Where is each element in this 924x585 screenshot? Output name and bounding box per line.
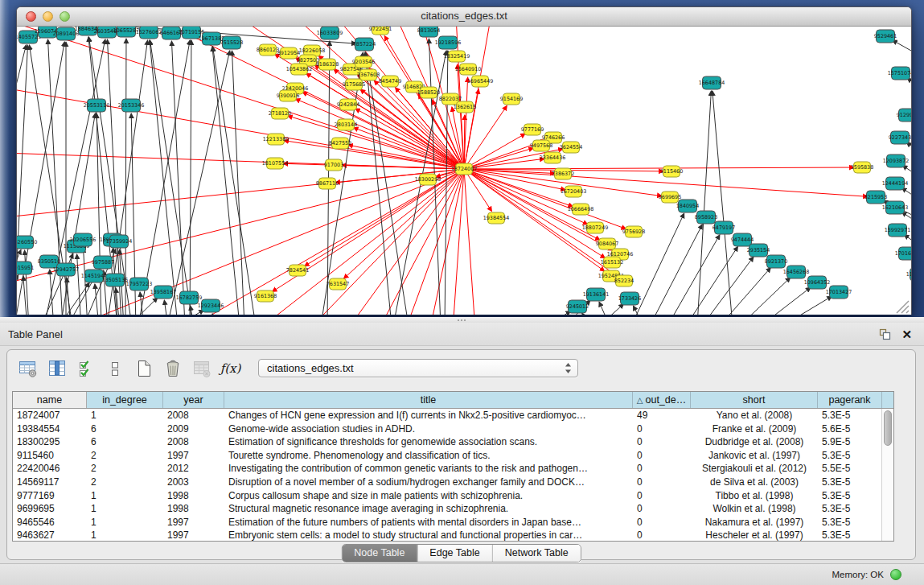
select-all-rows-button[interactable] [75,357,97,379]
table-row[interactable]: 911546021997Tourette syndrome. Phenomeno… [13,449,881,463]
graph-node[interactable]: 9227343 [889,131,911,144]
graph-node[interactable]: 23364436 [540,152,566,163]
graph-node[interactable]: 16456268 [783,266,810,278]
graph-node[interactable]: 1362615 [454,101,476,113]
table-cell[interactable]: Hescheler et al. (1997) [691,529,818,541]
table-cell[interactable]: 1997 [163,529,224,541]
table-cell[interactable]: Estimation of significance thresholds fo… [224,435,633,449]
graph-node[interactable]: 8454749 [379,76,401,87]
graph-edge[interactable] [599,302,610,315]
function-builder-button[interactable]: ƒ(x) [220,357,241,379]
table-row[interactable]: 1830029562008Estimation of significance … [13,435,881,449]
graph-edge[interactable] [464,134,525,169]
table-cell[interactable]: Structural magnetic resonance image aver… [224,502,633,516]
table-cell[interactable]: 0 [633,529,691,541]
table-cell[interactable]: Tourette syndrome. Phenomenology and cla… [224,449,633,463]
graph-node[interactable]: 9497568 [530,140,552,151]
table-cell[interactable]: de Silva et al. (2003) [691,476,818,489]
table-row[interactable]: 1872400712008Changes of HCN gene express… [13,409,881,422]
table-cell[interactable]: 2009 [163,422,224,436]
table-cell[interactable]: Tibbo et al. (1998) [691,489,818,503]
graph-node[interactable]: 3915951 [17,262,34,274]
graph-edge[interactable] [667,235,720,315]
table-cell[interactable]: 5.3E-5 [818,449,881,463]
table-cell[interactable]: 1 [87,529,163,541]
graph-edge[interactable] [171,41,185,315]
table-cell[interactable]: 0 [633,502,691,516]
table-cell[interactable]: 1 [87,409,163,422]
graph-node[interactable]: 20206556 [70,233,97,246]
table-cell[interactable]: Stergiakouli et al. (2012) [691,462,818,476]
table-row[interactable]: 1938455462009Genome-wide association stu… [13,422,881,436]
table-cell[interactable]: 5.6E-5 [818,422,881,436]
table-cell[interactable]: 2012 [163,462,224,476]
table-settings-button[interactable] [17,357,39,379]
graph-edge[interactable] [125,39,126,315]
table-cell[interactable]: 5.5E-5 [818,462,881,476]
graph-node[interactable]: 9242844 [337,99,359,110]
table-cell[interactable]: 1997 [163,449,224,463]
table-cell[interactable]: 2008 [163,435,224,449]
graph-node[interactable]: 20553110 [84,99,110,112]
table-cell[interactable]: 2 [87,449,163,463]
table-cell[interactable]: 1998 [163,489,224,503]
graph-edge[interactable] [212,47,240,315]
graph-node[interactable]: 17359924 [106,235,133,248]
zoom-window-button[interactable] [60,11,70,22]
table-cell[interactable]: 0 [633,462,691,476]
delete-trash-button[interactable] [162,357,183,379]
table-cell[interactable]: 0 [633,489,691,503]
graph-node[interactable]: 6479197 [713,221,735,234]
column-header-pagerank[interactable]: pagerank [818,392,882,408]
column-header-in_degree[interactable]: in_degree [87,392,163,408]
graph-node[interactable]: 1840954 [676,200,699,212]
graph-node[interactable]: 16720403 [561,186,587,197]
table-row[interactable]: 977716911998Corpus callosum shape and si… [13,489,881,503]
graph-node[interactable]: 15751074 [888,67,911,80]
graph-edge[interactable] [17,249,21,315]
graph-node[interactable]: 10666498 [568,204,594,215]
column-header-out_de[interactable]: △out_de… [633,392,691,408]
column-header-name[interactable]: name [13,392,87,408]
table-cell[interactable]: 1 [87,489,163,503]
graph-node[interactable]: 17016504 [895,247,911,260]
graph-node[interactable]: 19218596 [435,36,462,49]
table-cell[interactable]: 1 [87,516,163,529]
graph-node[interactable]: 1588520 [417,87,440,98]
graph-node[interactable]: 2803144 [335,119,357,130]
graph-node[interactable]: 18107554 [262,158,289,169]
graph-node[interactable]: 16965449 [467,76,494,87]
graph-node[interactable]: 1595838 [851,162,873,173]
table-cell[interactable]: 6 [87,435,163,449]
table-cell[interactable]: 2003 [163,476,224,489]
graph-node[interactable]: 13505135 [102,274,129,286]
column-header-title[interactable]: title [224,392,633,408]
minimize-window-button[interactable] [43,11,53,22]
table-cell[interactable]: 19384554 [13,422,87,436]
close-window-button[interactable] [26,11,36,22]
tab-node-table[interactable]: Node Table [342,545,417,562]
graph-node[interactable]: 2718120 [269,108,291,119]
graph-node[interactable]: 8921370 [765,255,787,268]
graph-node[interactable]: 12213389 [263,134,290,145]
graph-node[interactable]: 9203546 [352,56,375,68]
graph-node[interactable]: 1615132 [601,257,623,268]
table-cell[interactable]: 1998 [163,502,224,516]
graph-edge[interactable] [598,304,624,315]
deselect-rows-button[interactable] [104,357,125,379]
tab-network-table[interactable]: Network Table [492,545,581,562]
graph-node[interactable]: 16033809 [317,27,343,39]
column-header-short[interactable]: short [691,392,818,408]
graph-node[interactable]: 9975887 [92,256,114,269]
table-cell[interactable]: Wolkin et al. (1998) [691,502,818,516]
table-cell[interactable]: 14569117 [13,476,87,489]
graph-node[interactable]: 11075334 [906,268,911,281]
close-panel-icon[interactable]: ✕ [901,328,912,340]
import-table-button[interactable] [191,357,212,379]
graph-edge[interactable] [295,99,464,169]
graph-node[interactable]: 1733426 [618,292,641,305]
graph-edge[interactable] [464,167,854,169]
graph-node[interactable]: 16648784 [699,76,725,89]
table-row[interactable]: 946362711997Embryonic stem cells: a mode… [13,529,881,541]
table-cell[interactable]: Disruption of a novel member of a sodium… [224,476,633,489]
